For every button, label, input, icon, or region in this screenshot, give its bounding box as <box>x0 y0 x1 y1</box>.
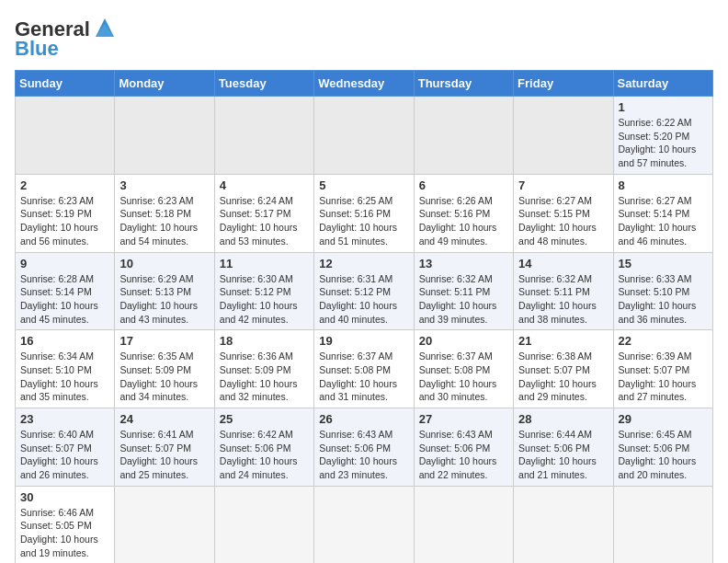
calendar-cell <box>314 486 414 563</box>
calendar-cell <box>613 486 712 563</box>
day-number: 20 <box>419 334 508 348</box>
calendar-cell: 21Sunrise: 6:38 AM Sunset: 5:07 PM Dayli… <box>514 330 613 408</box>
day-info: Sunrise: 6:26 AM Sunset: 5:16 PM Dayligh… <box>419 194 508 248</box>
day-info: Sunrise: 6:24 AM Sunset: 5:17 PM Dayligh… <box>220 194 309 248</box>
day-info: Sunrise: 6:44 AM Sunset: 5:06 PM Dayligh… <box>518 428 608 482</box>
calendar-cell: 14Sunrise: 6:32 AM Sunset: 5:11 PM Dayli… <box>514 252 613 330</box>
day-info: Sunrise: 6:35 AM Sunset: 5:09 PM Dayligh… <box>119 350 209 404</box>
day-number: 8 <box>619 178 708 192</box>
calendar-cell <box>414 486 513 563</box>
week-row-0: 1Sunrise: 6:22 AM Sunset: 5:20 PM Daylig… <box>16 97 713 175</box>
calendar-cell: 6Sunrise: 6:26 AM Sunset: 5:16 PM Daylig… <box>414 174 513 252</box>
day-number: 13 <box>419 257 508 270</box>
calendar-cell: 23Sunrise: 6:40 AM Sunset: 5:07 PM Dayli… <box>16 408 115 487</box>
week-row-2: 9Sunrise: 6:28 AM Sunset: 5:14 PM Daylig… <box>16 252 713 330</box>
day-info: Sunrise: 6:32 AM Sunset: 5:11 PM Dayligh… <box>419 272 508 327</box>
day-info: Sunrise: 6:23 AM Sunset: 5:19 PM Dayligh… <box>20 194 109 248</box>
day-info: Sunrise: 6:23 AM Sunset: 5:18 PM Dayligh… <box>119 194 209 248</box>
day-info: Sunrise: 6:31 AM Sunset: 5:12 PM Dayligh… <box>319 272 408 327</box>
calendar-cell: 1Sunrise: 6:22 AM Sunset: 5:20 PM Daylig… <box>613 97 712 175</box>
calendar-cell: 26Sunrise: 6:43 AM Sunset: 5:06 PM Dayli… <box>314 408 414 487</box>
logo: General Blue <box>15 15 118 61</box>
day-info: Sunrise: 6:27 AM Sunset: 5:15 PM Dayligh… <box>518 194 608 248</box>
day-info: Sunrise: 6:39 AM Sunset: 5:07 PM Dayligh… <box>619 350 708 404</box>
day-number: 7 <box>518 178 608 192</box>
weekday-header-tuesday: Tuesday <box>214 71 313 97</box>
day-info: Sunrise: 6:37 AM Sunset: 5:08 PM Dayligh… <box>419 350 508 404</box>
day-number: 15 <box>619 257 708 270</box>
weekday-header-sunday: Sunday <box>16 71 115 97</box>
calendar-cell: 19Sunrise: 6:37 AM Sunset: 5:08 PM Dayli… <box>314 330 414 408</box>
calendar-cell: 15Sunrise: 6:33 AM Sunset: 5:10 PM Dayli… <box>613 252 712 330</box>
weekday-header-row: SundayMondayTuesdayWednesdayThursdayFrid… <box>16 71 713 97</box>
calendar-cell: 18Sunrise: 6:36 AM Sunset: 5:09 PM Dayli… <box>214 330 313 408</box>
week-row-5: 30Sunrise: 6:46 AM Sunset: 5:05 PM Dayli… <box>16 486 713 563</box>
calendar-cell <box>115 486 214 563</box>
day-number: 12 <box>319 257 408 270</box>
calendar-cell: 24Sunrise: 6:41 AM Sunset: 5:07 PM Dayli… <box>115 408 214 487</box>
day-number: 5 <box>319 178 408 192</box>
day-number: 9 <box>20 257 109 270</box>
day-info: Sunrise: 6:29 AM Sunset: 5:13 PM Dayligh… <box>119 272 209 327</box>
day-number: 24 <box>119 412 209 426</box>
calendar-cell <box>214 486 313 563</box>
calendar-cell: 8Sunrise: 6:27 AM Sunset: 5:14 PM Daylig… <box>613 174 712 252</box>
logo-icon <box>92 15 118 40</box>
calendar-cell <box>314 97 414 175</box>
day-number: 22 <box>619 334 708 348</box>
weekday-header-friday: Friday <box>514 71 613 97</box>
day-number: 16 <box>20 334 109 348</box>
day-number: 3 <box>119 178 209 192</box>
calendar-cell: 16Sunrise: 6:34 AM Sunset: 5:10 PM Dayli… <box>16 330 115 408</box>
calendar-cell: 30Sunrise: 6:46 AM Sunset: 5:05 PM Dayli… <box>16 486 115 563</box>
logo-blue-text: Blue <box>15 37 59 61</box>
day-number: 18 <box>220 334 309 348</box>
weekday-header-wednesday: Wednesday <box>314 71 414 97</box>
day-number: 19 <box>319 334 408 348</box>
calendar-cell: 29Sunrise: 6:45 AM Sunset: 5:06 PM Dayli… <box>613 408 712 487</box>
day-number: 4 <box>220 178 309 192</box>
day-number: 27 <box>419 412 508 426</box>
week-row-1: 2Sunrise: 6:23 AM Sunset: 5:19 PM Daylig… <box>16 174 713 252</box>
day-info: Sunrise: 6:41 AM Sunset: 5:07 PM Dayligh… <box>119 428 209 482</box>
day-number: 2 <box>20 178 109 192</box>
day-info: Sunrise: 6:40 AM Sunset: 5:07 PM Dayligh… <box>20 428 109 482</box>
day-number: 1 <box>619 100 708 114</box>
day-number: 23 <box>20 412 109 426</box>
day-number: 25 <box>220 412 309 426</box>
calendar: SundayMondayTuesdayWednesdayThursdayFrid… <box>15 70 713 563</box>
calendar-cell <box>214 97 313 175</box>
calendar-cell <box>16 97 115 175</box>
day-number: 21 <box>518 334 608 348</box>
page: General Blue SundayMondayTuesdayWednesda… <box>0 0 728 563</box>
day-info: Sunrise: 6:36 AM Sunset: 5:09 PM Dayligh… <box>220 350 309 404</box>
calendar-cell: 4Sunrise: 6:24 AM Sunset: 5:17 PM Daylig… <box>214 174 313 252</box>
calendar-cell: 20Sunrise: 6:37 AM Sunset: 5:08 PM Dayli… <box>414 330 513 408</box>
calendar-cell: 5Sunrise: 6:25 AM Sunset: 5:16 PM Daylig… <box>314 174 414 252</box>
calendar-cell: 11Sunrise: 6:30 AM Sunset: 5:12 PM Dayli… <box>214 252 313 330</box>
calendar-cell <box>514 486 613 563</box>
calendar-cell: 27Sunrise: 6:43 AM Sunset: 5:06 PM Dayli… <box>414 408 513 487</box>
day-info: Sunrise: 6:33 AM Sunset: 5:10 PM Dayligh… <box>619 272 708 327</box>
calendar-cell: 2Sunrise: 6:23 AM Sunset: 5:19 PM Daylig… <box>16 174 115 252</box>
day-number: 6 <box>419 178 508 192</box>
calendar-cell <box>115 97 214 175</box>
day-info: Sunrise: 6:43 AM Sunset: 5:06 PM Dayligh… <box>319 428 408 482</box>
calendar-cell: 3Sunrise: 6:23 AM Sunset: 5:18 PM Daylig… <box>115 174 214 252</box>
day-info: Sunrise: 6:46 AM Sunset: 5:05 PM Dayligh… <box>20 506 109 560</box>
day-info: Sunrise: 6:34 AM Sunset: 5:10 PM Dayligh… <box>20 350 109 404</box>
day-info: Sunrise: 6:22 AM Sunset: 5:20 PM Dayligh… <box>619 116 708 170</box>
calendar-cell: 22Sunrise: 6:39 AM Sunset: 5:07 PM Dayli… <box>613 330 712 408</box>
day-number: 26 <box>319 412 408 426</box>
day-info: Sunrise: 6:43 AM Sunset: 5:06 PM Dayligh… <box>419 428 508 482</box>
calendar-cell <box>514 97 613 175</box>
svg-marker-1 <box>96 24 114 37</box>
day-info: Sunrise: 6:45 AM Sunset: 5:06 PM Dayligh… <box>619 428 708 482</box>
day-info: Sunrise: 6:38 AM Sunset: 5:07 PM Dayligh… <box>518 350 608 404</box>
day-number: 14 <box>518 257 608 270</box>
calendar-cell: 7Sunrise: 6:27 AM Sunset: 5:15 PM Daylig… <box>514 174 613 252</box>
day-number: 28 <box>518 412 608 426</box>
day-info: Sunrise: 6:25 AM Sunset: 5:16 PM Dayligh… <box>319 194 408 248</box>
day-number: 10 <box>119 257 209 270</box>
day-info: Sunrise: 6:42 AM Sunset: 5:06 PM Dayligh… <box>220 428 309 482</box>
